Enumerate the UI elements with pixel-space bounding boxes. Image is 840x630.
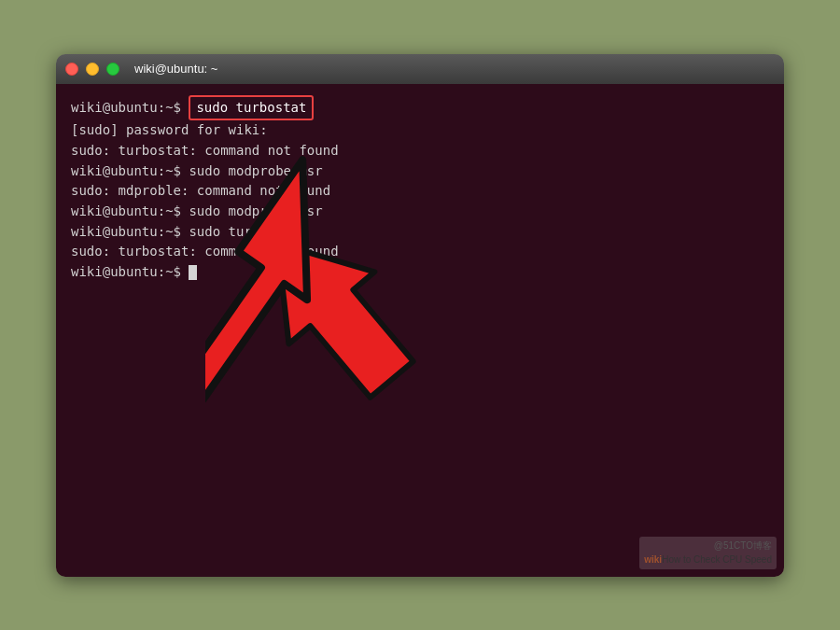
maximize-button[interactable] [106,63,119,76]
background: wiki@ubuntu: ~ wiki@ubuntu:~$ sudo turbo… [19,21,821,609]
terminal-line-6: wiki@ubuntu:~$ sudo modprobe msr [71,202,769,222]
terminal-line-4: wiki@ubuntu:~$ sudo modprobe msr [71,161,769,182]
watermark: @51CTO博客 wikiHow to Check CPU Speed [639,537,777,569]
terminal-body[interactable]: wiki@ubuntu:~$ sudo turbostat [sudo] pas… [56,84,784,577]
close-button[interactable] [65,63,78,76]
prompt-1: wiki@ubuntu:~$ [71,100,189,115]
terminal-line-2: [sudo] password for wiki: [71,120,769,141]
terminal-line-1: wiki@ubuntu:~$ sudo turbostat [71,95,769,121]
terminal-line-5: sudo: mdproble: command not found [71,181,769,202]
minimize-button[interactable] [86,63,99,76]
terminal-line-7: wiki@ubuntu:~$ sudo turbostat [71,222,769,243]
watermark-site: @51CTO博客 [714,539,772,553]
cursor [189,265,197,280]
terminal-window: wiki@ubuntu: ~ wiki@ubuntu:~$ sudo turbo… [56,54,784,577]
highlighted-command: sudo turbostat [189,95,314,121]
titlebar: wiki@ubuntu: ~ [56,54,784,84]
terminal-line-9: wiki@ubuntu:~$ [71,262,769,283]
watermark-title: wikiHow to Check CPU Speed [644,553,772,567]
window-title: wiki@ubuntu: ~ [134,62,217,76]
terminal-line-3: sudo: turbostat: command not found [71,141,769,161]
terminal-line-8: sudo: turbostat: command not found [71,242,769,262]
